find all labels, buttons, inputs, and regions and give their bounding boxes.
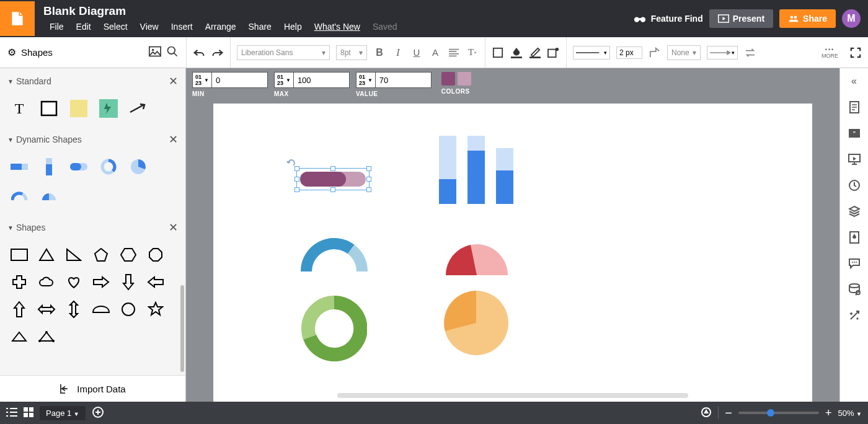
magic-icon[interactable]: [848, 309, 861, 322]
arrow-start-select[interactable]: None▾: [667, 45, 701, 60]
undo-button[interactable]: [193, 46, 205, 59]
document-title[interactable]: Blank Diagram: [43, 4, 404, 18]
align-button[interactable]: [448, 46, 460, 59]
color-swatch-1[interactable]: [441, 72, 455, 86]
menu-edit[interactable]: Edit: [70, 20, 97, 33]
fullscreen-button[interactable]: [849, 46, 862, 59]
zoom-level[interactable]: 50% ▼: [838, 409, 862, 418]
menu-whats-new[interactable]: What's New: [308, 20, 366, 33]
pentagon-shape[interactable]: [92, 245, 110, 264]
canvas-pie[interactable]: [443, 289, 510, 356]
oval-flat-shape[interactable]: [92, 300, 110, 319]
min-control[interactable]: 0123▼: [192, 72, 268, 88]
zoom-out-button[interactable]: −: [725, 406, 732, 420]
arrow-ud-shape[interactable]: [64, 300, 83, 319]
font-size-select[interactable]: 8pt▾: [336, 45, 367, 60]
target-icon[interactable]: [701, 407, 712, 420]
close-icon[interactable]: ✕: [169, 133, 178, 146]
menu-view[interactable]: View: [134, 20, 165, 33]
chat-icon[interactable]: [848, 257, 861, 270]
value-control[interactable]: 0123▼: [356, 72, 432, 88]
menu-help[interactable]: Help: [278, 20, 308, 33]
menu-arrange[interactable]: Arrange: [199, 20, 242, 33]
page-selector[interactable]: Page 1 ▼: [40, 406, 86, 420]
triangle-shape[interactable]: [37, 245, 56, 264]
feature-find-button[interactable]: Feature Find: [634, 14, 703, 24]
close-icon[interactable]: ✕: [169, 74, 178, 88]
arrow-lr-shape[interactable]: [37, 300, 56, 319]
rect-shape[interactable]: [10, 245, 29, 264]
selected-progress-pill[interactable]: [300, 172, 366, 187]
font-family-select[interactable]: Liberation Sans▾: [237, 45, 330, 60]
section-standard-header[interactable]: ▼Standard✕: [0, 68, 185, 94]
comment-icon[interactable]: ": [848, 126, 861, 140]
heart-shape[interactable]: [64, 273, 83, 291]
menu-file[interactable]: File: [43, 20, 70, 33]
arrow-end-select[interactable]: ▾: [707, 46, 738, 60]
line-style-select[interactable]: ▾: [573, 46, 610, 60]
clear-format-button[interactable]: T×: [466, 46, 479, 59]
gear-icon[interactable]: ⚙: [7, 46, 16, 58]
value-input[interactable]: [376, 72, 432, 88]
poly-shape[interactable]: [37, 327, 56, 346]
collapse-panel-icon[interactable]: «: [848, 74, 861, 88]
image-icon[interactable]: [149, 46, 161, 59]
cloud-shape[interactable]: [37, 273, 56, 291]
arrow-up-shape[interactable]: [10, 300, 29, 319]
canvas-page[interactable]: [213, 104, 812, 402]
canvas-bar-chart[interactable]: [439, 136, 513, 204]
close-icon[interactable]: ✕: [169, 221, 178, 234]
zoom-in-button[interactable]: +: [825, 407, 832, 420]
zoom-slider[interactable]: [738, 412, 819, 414]
rotate-handle[interactable]: [286, 158, 296, 168]
connector-button[interactable]: [649, 46, 661, 59]
fill-button[interactable]: [492, 46, 504, 59]
theme-icon[interactable]: [848, 231, 861, 244]
section-dynamic-header[interactable]: ▼Dynamic Shapes✕: [0, 126, 185, 152]
underline-button[interactable]: U: [410, 46, 423, 59]
cross-shape[interactable]: [10, 273, 29, 291]
search-icon[interactable]: [166, 45, 179, 60]
stroke-width-input[interactable]: [616, 46, 642, 59]
arrow-right-shape[interactable]: [92, 273, 110, 291]
menu-select[interactable]: Select: [97, 20, 134, 33]
swap-arrows-button[interactable]: [744, 46, 756, 59]
canvas-donut[interactable]: [301, 296, 367, 361]
arc-shape[interactable]: [10, 187, 29, 206]
ring-shape[interactable]: [99, 157, 118, 176]
horizontal-scrollbar[interactable]: [337, 393, 688, 398]
arrow-down-shape[interactable]: [119, 273, 138, 291]
vbar-shape[interactable]: [40, 157, 58, 176]
scrollbar-thumb[interactable]: [180, 285, 184, 372]
block-shape[interactable]: [40, 99, 58, 118]
border-color-button[interactable]: [529, 46, 541, 59]
colors-control[interactable]: [441, 72, 471, 86]
italic-button[interactable]: I: [392, 46, 404, 59]
shape-options-button[interactable]: [547, 46, 560, 59]
color-swatch-2[interactable]: [458, 72, 471, 86]
right-triangle-shape[interactable]: [64, 245, 83, 264]
note-shape[interactable]: [69, 99, 88, 118]
text-color-button[interactable]: A: [429, 46, 441, 59]
max-control[interactable]: 0123▼: [274, 72, 350, 88]
data-icon[interactable]: [848, 283, 861, 296]
canvas-semi-gauge[interactable]: [443, 241, 511, 275]
text-shape[interactable]: T: [10, 99, 29, 118]
share-button[interactable]: Share: [779, 9, 836, 28]
arrow-left-shape[interactable]: [146, 273, 165, 291]
max-input[interactable]: [294, 72, 350, 88]
more-button[interactable]: ••• MORE: [822, 46, 843, 59]
canvas-arc-gauge[interactable]: [300, 237, 368, 275]
octagon-shape[interactable]: [146, 245, 165, 264]
list-view-icon[interactable]: [6, 408, 17, 418]
isoceles-shape[interactable]: [10, 327, 29, 346]
bold-button[interactable]: B: [373, 46, 386, 59]
hbar-shape[interactable]: [10, 157, 29, 176]
gauge-shape[interactable]: [40, 187, 58, 206]
min-input[interactable]: [212, 72, 268, 88]
menu-share[interactable]: Share: [242, 20, 278, 33]
redo-button[interactable]: [211, 46, 224, 59]
history-icon[interactable]: [848, 179, 861, 192]
section-shapes-header[interactable]: ▼Shapes✕: [0, 214, 185, 241]
arrow-shape[interactable]: [129, 99, 148, 118]
